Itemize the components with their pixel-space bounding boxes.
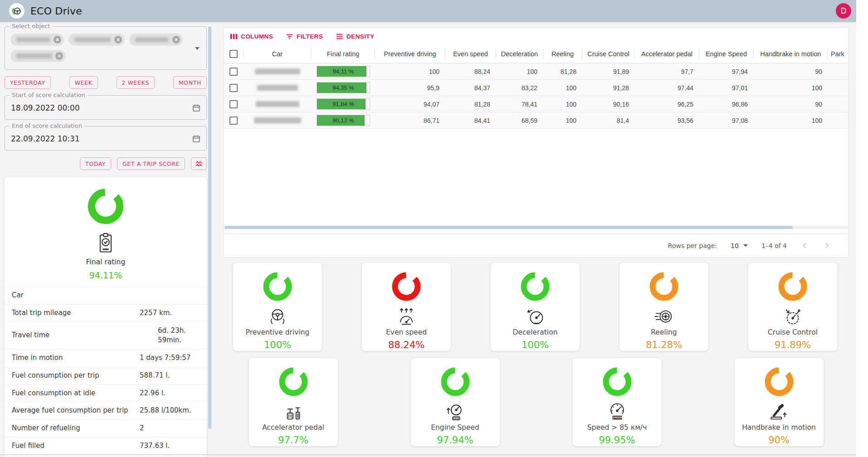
rating-bar: 90,12 % [317, 115, 370, 126]
stat-row: Number of refueling2 [5, 419, 207, 437]
rating-bar-label: 90,12 % [317, 115, 370, 126]
grid-row-3[interactable]: 91,84 % 94,07 81,28 78,41 100 90,16 96,2… [224, 96, 848, 112]
get-trip-score-button[interactable]: GET A TRIP SCORE [117, 157, 185, 170]
metric-label: Engine Speed [431, 423, 479, 432]
cell-engine-speed: 97,08 [699, 117, 754, 124]
user-avatar[interactable]: D [836, 3, 851, 19]
chevron-left-icon [801, 242, 808, 249]
stat-label: Number of refueling [12, 423, 140, 433]
cell-reeling: 81,28 [543, 68, 582, 75]
filters-button[interactable]: FILTERS [286, 33, 323, 40]
metric-ring [277, 365, 310, 399]
chevron-down-icon[interactable] [195, 47, 200, 50]
stat-value: 2 [140, 423, 200, 433]
week-button[interactable]: WEEK [69, 76, 98, 89]
top-app-bar: ECO Drive D [0, 0, 856, 22]
cell-engine-speed: 97,01 [699, 84, 754, 92]
app-logo-icon [9, 3, 24, 19]
object-chip[interactable] [68, 34, 125, 46]
cell-handbrake: 90 [754, 101, 828, 108]
zigzag-icon [195, 160, 203, 168]
stat-row: Total trip mileage2257 km. [5, 304, 207, 322]
header-park[interactable]: Park [828, 49, 849, 59]
metric-label: Handbrake in motion [742, 423, 816, 432]
header-final-rating[interactable]: Final rating [312, 49, 375, 59]
chip-remove-icon[interactable] [114, 36, 122, 44]
pagination-range: 1–4 of 4 [761, 242, 787, 249]
chip-remove-icon[interactable] [54, 36, 61, 44]
chip-remove-icon[interactable] [55, 52, 63, 60]
today-button[interactable]: TODAY [80, 157, 111, 170]
final-rating-label: Final rating [5, 258, 207, 266]
scores-data-grid: COLUMNS FILTERS DENSITY Car Final rating… [223, 27, 849, 258]
metric-ring [439, 365, 472, 399]
object-chip[interactable] [10, 50, 66, 62]
metric-ring [261, 270, 294, 303]
cell-preventive: 95,9 [375, 84, 445, 92]
row-checkbox[interactable] [229, 84, 238, 92]
metric-card-even-speed: Even speed 88.24% [362, 263, 451, 351]
header-accelerator-pedal[interactable]: Accelerator pedal [635, 49, 699, 59]
horizontal-scrollbar-track[interactable] [224, 226, 848, 229]
cell-deceleration: 100 [496, 68, 543, 75]
cell-accelerator: 97,7 [635, 68, 699, 75]
grid-row-1[interactable]: 94,11 % 100 88,24 100 81,28 91,89 97,7 9… [224, 63, 848, 80]
sidebar-scrollbar[interactable] [208, 26, 211, 429]
header-preventive-driving[interactable]: Preventive driving [375, 49, 445, 59]
spinning-tire-icon [653, 307, 674, 326]
stat-value: 22.96 l. [140, 389, 200, 399]
metric-label: Even speed [386, 328, 427, 336]
trend-toggle-button[interactable] [191, 157, 207, 170]
yesterday-button[interactable]: YESTERDAY [5, 76, 51, 89]
horizontal-scrollbar-thumb[interactable] [224, 226, 793, 229]
cell-even-speed: 84,37 [445, 84, 496, 92]
header-cruise-control[interactable]: Cruise Control [582, 49, 635, 59]
previous-page-button[interactable] [800, 241, 809, 250]
end-date-field[interactable]: End of score calculation 22.09.2022 10:3… [5, 126, 207, 151]
stat-value: 737.63 l. [140, 441, 200, 451]
calendar-icon[interactable] [192, 103, 201, 112]
cell-reeling: 100 [543, 101, 582, 108]
columns-icon [230, 33, 238, 40]
even-speed-gauge-icon [396, 307, 417, 326]
cell-engine-speed: 96,86 [699, 101, 754, 108]
rating-bar: 94,35 % [317, 82, 370, 93]
select-object-field[interactable]: Select object [5, 26, 207, 70]
cell-deceleration: 68,59 [496, 117, 543, 124]
header-car[interactable]: Car [244, 49, 312, 59]
trip-stats-list: Car Total trip mileage2257 km. Travel ti… [5, 287, 207, 457]
object-chip[interactable] [10, 34, 64, 46]
metric-card-handbrake-in-motion: Handbrake in motion 90% [735, 358, 824, 446]
rows-per-page-value: 10 [731, 242, 739, 249]
chip-remove-icon[interactable] [172, 36, 180, 44]
grid-row-4[interactable]: 90,12 % 86,71 84,41 68,59 100 81,4 93,56… [224, 112, 848, 129]
metric-value: 91.89% [775, 340, 811, 350]
header-engine-speed[interactable]: Engine Speed [699, 49, 754, 59]
grid-row-2[interactable]: 94,35 % 95,9 84,37 83,22 100 91,28 97,44… [224, 80, 848, 96]
header-reeling[interactable]: Reeling [543, 49, 582, 59]
two-weeks-button[interactable]: 2 WEEKS [117, 76, 155, 89]
start-date-field[interactable]: Start of score calculation 18.09.2022 00… [5, 95, 207, 120]
columns-button[interactable]: COLUMNS [230, 33, 273, 40]
deceleration-gauge-icon [525, 307, 546, 326]
density-button-label: DENSITY [346, 33, 374, 40]
next-page-button[interactable] [823, 241, 831, 250]
header-deceleration[interactable]: Deceleration [496, 49, 543, 59]
month-button[interactable]: MONTH [173, 76, 207, 89]
row-checkbox[interactable] [229, 68, 238, 76]
object-chip[interactable] [129, 34, 183, 46]
calendar-icon[interactable] [192, 134, 201, 143]
select-all-checkbox[interactable] [229, 50, 238, 58]
header-even-speed[interactable]: Even speed [445, 49, 496, 59]
cell-accelerator: 96,25 [635, 101, 699, 108]
rows-per-page-select[interactable]: 10 [731, 242, 748, 249]
header-handbrake-in-motion[interactable]: Handbrake in motion [754, 49, 828, 59]
stat-value: 2257 km. [140, 308, 200, 318]
cell-cruise: 90,16 [582, 101, 635, 108]
density-button[interactable]: DENSITY [336, 33, 374, 40]
stat-row: Fuel consumption at idle22.96 l. [5, 384, 207, 402]
cell-handbrake: 100 [754, 84, 828, 92]
row-checkbox[interactable] [229, 117, 238, 125]
row-checkbox[interactable] [229, 100, 238, 108]
stat-label: Car [12, 291, 140, 301]
